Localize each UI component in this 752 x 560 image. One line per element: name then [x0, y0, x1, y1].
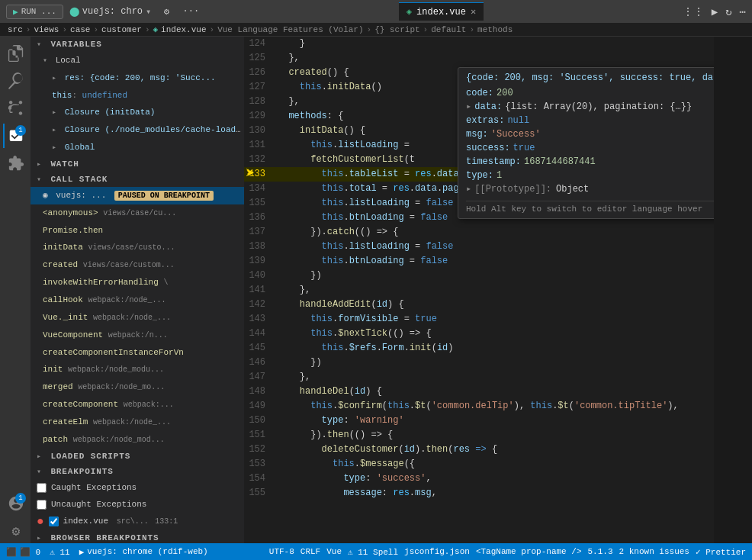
line-content[interactable]: }, — [275, 370, 714, 385]
breadcrumb-views[interactable]: views — [34, 25, 59, 34]
status-encoding[interactable]: UTF-8 — [269, 547, 294, 556]
callstack-vuecomponent[interactable]: VueComponent webpack:/n... — [31, 327, 244, 344]
line-content[interactable]: }, — [275, 283, 714, 298]
line-content[interactable]: this.listLoading = false — [275, 240, 714, 254]
caught-exceptions-item[interactable]: Caught Exceptions — [31, 479, 244, 496]
line-content[interactable]: this.btnLoading = false — [275, 254, 714, 269]
callstack-init[interactable]: init webpack:/node_modu... — [31, 361, 244, 378]
callstack-invokewitherrorhandling[interactable]: invokeWithErrorHandling \ — [31, 274, 244, 291]
uncaught-exceptions-item[interactable]: Uncaught Exceptions — [31, 496, 244, 513]
split-editor-icon[interactable]: ⋮⋮ — [683, 5, 704, 18]
run-code-icon[interactable]: ▶ — [712, 5, 718, 18]
callstack-patch[interactable]: patch webpack:/node_mod... — [31, 431, 244, 449]
callstack-vue-init[interactable]: Vue._init webpack:/node_... — [31, 309, 244, 327]
more-actions-icon[interactable]: ⋯ — [740, 5, 746, 18]
more-icon[interactable]: ··· — [182, 2, 200, 21]
status-debug-target[interactable]: ▶ vuejs: chrome (rdif-web) — [79, 547, 208, 557]
status-errors[interactable]: ⚠ 11 — [50, 547, 69, 557]
breadcrumb-case[interactable]: case — [70, 25, 90, 34]
sidebar-global[interactable]: Global — [31, 139, 244, 156]
line-content[interactable]: type: 'warning' — [275, 414, 714, 428]
line-content[interactable]: }) — [275, 269, 714, 283]
activity-settings[interactable]: ⚙ — [3, 519, 27, 543]
tooltip-proto-value: Object — [556, 182, 589, 196]
activity-extensions[interactable] — [3, 151, 27, 175]
line-content[interactable]: }).catch(() => { — [275, 225, 714, 240]
sidebar-closure-cache[interactable]: Closure (./node_modules/cache-loader/c — [31, 121, 244, 139]
breadcrumb-src[interactable]: src — [8, 25, 23, 34]
line-content[interactable]: deleteCustomer(id).then(res => { — [275, 443, 714, 457]
activity-explorer[interactable] — [3, 41, 27, 66]
tooltip-proto-expand-icon[interactable]: ▸ — [466, 182, 471, 196]
line-content[interactable]: message: res.msg, — [275, 486, 714, 500]
activity-search[interactable] — [3, 69, 27, 93]
status-line-ending[interactable]: CRLF — [300, 547, 320, 556]
line-content[interactable]: handleAddEdit(id) { — [275, 298, 714, 312]
activity-accounts[interactable]: 1 — [3, 491, 27, 516]
callstack-initdata[interactable]: initData views/case/custo... — [31, 239, 244, 256]
sidebar-local-section[interactable]: Local — [31, 52, 244, 69]
loaded-scripts-section[interactable]: LOADED SCRIPTS — [31, 449, 244, 464]
callstack-promise[interactable]: Promise.then — [31, 222, 244, 239]
settings-icon[interactable]: ⚙ — [157, 2, 175, 21]
index-vue-breakpoint[interactable]: ● index.vue src\... 133:1 — [31, 513, 244, 530]
line-number: 152 — [244, 443, 275, 457]
breadcrumb-volar: Vue Language Features (Volar) — [217, 25, 363, 34]
line-content[interactable]: this.formVisible = true — [275, 312, 714, 327]
breadcrumb-sep4: › — [145, 25, 150, 34]
variables-section[interactable]: VARIABLES — [31, 37, 244, 52]
tab-index-vue[interactable]: ◈ index.vue ✕ — [399, 2, 484, 21]
callstack-createelm[interactable]: createElm webpack:/node_... — [31, 414, 244, 431]
status-prettier[interactable]: ✓ Prettier — [696, 547, 746, 557]
browser-breakpoints-section[interactable]: BROWSER BREAKPOINTS — [31, 530, 244, 543]
status-jsconfig[interactable]: jsconfig.json — [404, 547, 470, 556]
callstack-anonymous[interactable]: <anonymous> views/case/cu... — [31, 204, 244, 222]
line-content[interactable]: type: 'success', — [275, 471, 714, 486]
tooltip-data-expand-icon[interactable]: ▸ — [466, 100, 471, 114]
line-content[interactable]: }).then(() => { — [275, 428, 714, 443]
caught-exceptions-checkbox[interactable] — [37, 483, 47, 493]
sidebar-res[interactable]: res: {code: 200, msg: 'Succ... — [31, 69, 244, 87]
status-known-issues[interactable]: 2 known issues — [619, 547, 689, 556]
index-vue-breakpoint-checkbox[interactable] — [49, 517, 59, 526]
line-content[interactable]: }) — [275, 356, 714, 370]
line-number: 131 — [244, 138, 275, 153]
breadcrumb-file[interactable]: index.vue — [161, 25, 206, 34]
callstack-createcomponentinstanceforvn[interactable]: createComponentInstanceForVn — [31, 344, 244, 361]
debug-target[interactable]: ⬤ vuejs: chro ▾ — [69, 6, 151, 18]
tab-close-button[interactable]: ✕ — [471, 6, 476, 18]
refresh-icon[interactable]: ↻ — [725, 5, 731, 18]
chevron-down-icon: ▾ — [146, 6, 151, 18]
callstack-section[interactable]: CALL STACK — [31, 172, 244, 187]
line-content[interactable]: }, — [275, 51, 714, 66]
tooltip-data-row: ▸ data: {list: Array(20), pagination: {…… — [466, 100, 714, 114]
status-spell[interactable]: ⚠ 11 Spell — [348, 547, 398, 557]
callstack-created[interactable]: created views/case/custom... — [31, 256, 244, 274]
callstack-thread[interactable]: ◉ vuejs: ... PAUSED ON BREAKPOINT — [31, 187, 244, 204]
sidebar-closure-initdata[interactable]: Closure (initData) — [31, 104, 244, 121]
status-debug-icon[interactable]: ⬛ ⬛ 0 — [6, 547, 40, 557]
line-content[interactable]: handleDel(id) { — [275, 385, 714, 399]
run-dropdown[interactable]: ▶ RUN ... — [6, 5, 63, 19]
watch-section[interactable]: WATCH — [31, 156, 244, 172]
breakpoints-section[interactable]: BREAKPOINTS — [31, 464, 244, 479]
activity-source-control[interactable] — [3, 96, 27, 121]
line-content[interactable]: this.$refs.Form.init(id) — [275, 341, 714, 356]
line-content[interactable]: this.$confirm(this.$t('common.delTip'), … — [275, 399, 714, 414]
line-content[interactable]: this.$nextTick(() => { — [275, 327, 714, 341]
status-known-issues-label: 2 known issues — [619, 547, 689, 556]
breadcrumb-customer[interactable]: customer — [101, 25, 142, 34]
code-container[interactable]: {code: 200, msg: 'Success', success: tru… — [244, 37, 714, 543]
status-language[interactable]: Vue — [326, 547, 342, 556]
activity-run-debug[interactable]: 1 — [3, 124, 27, 148]
sidebar-this[interactable]: this: undefined — [31, 87, 244, 104]
status-tagname[interactable]: <TagName prop-name /> — [476, 547, 582, 556]
tooltip-timestamp-value: 1687144687441 — [524, 155, 596, 169]
uncaught-exceptions-checkbox[interactable] — [37, 500, 47, 510]
callstack-merged[interactable]: merged webpack:/node_mo... — [31, 378, 244, 396]
line-content[interactable]: } — [275, 37, 714, 51]
status-version[interactable]: 5.1.3 — [588, 547, 613, 556]
line-content[interactable]: this.$message({ — [275, 457, 714, 471]
callstack-callhook[interactable]: callHook webpack:/node_... — [31, 291, 244, 309]
callstack-createcomponent[interactable]: createComponent webpack:... — [31, 396, 244, 414]
